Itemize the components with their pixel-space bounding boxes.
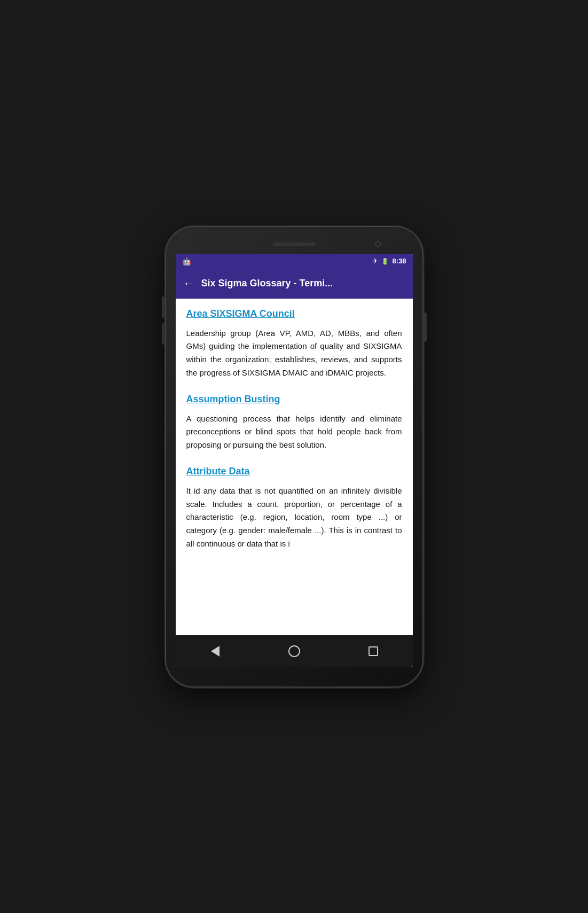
term-description-attribute-data: It id any data that is not quantified on… <box>186 485 402 551</box>
phone-top-bar <box>176 237 413 252</box>
phone-device: 🤖 8:38 ← Six Sigma Glossary - Termi... A… <box>166 227 422 686</box>
nav-home-button[interactable] <box>287 644 301 658</box>
status-right: 8:38 <box>372 257 406 265</box>
term-description-area-sixsigma-council: Leadership group (Area VP, AMD, AD, MBBs… <box>186 327 402 380</box>
app-title: Six Sigma Glossary - Termi... <box>201 278 405 289</box>
nav-home-icon <box>288 645 300 657</box>
android-icon: 🤖 <box>182 257 191 266</box>
airplane-mode-icon <box>372 257 378 265</box>
phone-screen: 🤖 8:38 ← Six Sigma Glossary - Termi... A… <box>176 254 413 667</box>
front-camera <box>375 241 381 247</box>
app-bar: ← Six Sigma Glossary - Termi... <box>176 269 413 299</box>
status-time: 8:38 <box>392 257 406 265</box>
status-bar: 🤖 8:38 <box>176 254 413 269</box>
battery-icon <box>381 257 389 265</box>
volume-up-button[interactable] <box>162 296 164 318</box>
term-description-assumption-busting: A questioning process that helps identif… <box>186 412 402 452</box>
term-title-area-sixsigma-council[interactable]: Area SIXSIGMA Council <box>186 308 402 319</box>
status-left: 🤖 <box>182 257 191 266</box>
nav-back-button[interactable] <box>208 644 222 658</box>
nav-recents-button[interactable] <box>366 644 380 658</box>
nav-recents-icon <box>369 646 378 656</box>
phone-bottom-bar <box>176 669 413 677</box>
bottom-nav <box>176 635 413 667</box>
term-title-assumption-busting[interactable]: Assumption Busting <box>186 394 402 405</box>
back-button[interactable]: ← <box>183 278 195 290</box>
term-title-attribute-data[interactable]: Attribute Data <box>186 466 402 477</box>
content-area[interactable]: Area SIXSIGMA Council Leadership group (… <box>176 299 413 635</box>
volume-down-button[interactable] <box>162 323 164 345</box>
speaker-grille <box>273 243 316 246</box>
nav-back-icon <box>211 646 219 657</box>
power-button[interactable] <box>424 313 427 342</box>
